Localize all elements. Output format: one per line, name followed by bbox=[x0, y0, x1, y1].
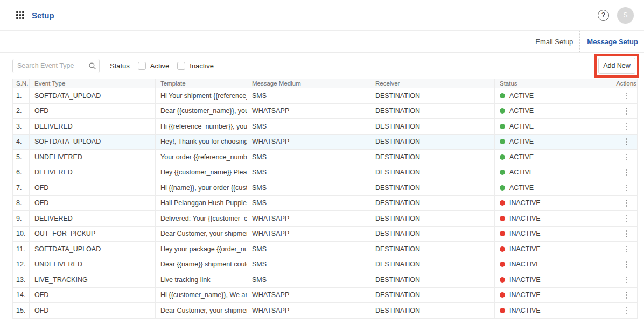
row-actions-kebab-icon[interactable] bbox=[624, 105, 629, 117]
top-header-bar: Setup ? S bbox=[0, 0, 644, 31]
table-row[interactable]: 8. OFD Haii Pelanggan Hush Puppies P... … bbox=[13, 196, 637, 212]
active-checkbox[interactable] bbox=[138, 62, 146, 70]
cell-sn: 8. bbox=[13, 196, 29, 211]
cell-receiver: DESTINATION bbox=[370, 88, 494, 103]
row-actions-kebab-icon[interactable] bbox=[624, 244, 629, 255]
cell-receiver: DESTINATION bbox=[370, 119, 494, 134]
help-icon[interactable]: ? bbox=[598, 10, 609, 21]
cell-event-type: OFD bbox=[29, 104, 155, 119]
add-new-button[interactable]: Add New bbox=[598, 58, 635, 74]
row-actions-kebab-icon[interactable] bbox=[624, 259, 629, 270]
cell-medium: WHATSAPP bbox=[247, 104, 370, 119]
search-button[interactable] bbox=[85, 59, 99, 73]
row-actions-kebab-icon[interactable] bbox=[624, 228, 629, 240]
col-header-receiver: Receiver bbox=[370, 79, 494, 88]
row-actions-kebab-icon[interactable] bbox=[624, 136, 629, 147]
status-dot bbox=[500, 262, 505, 267]
cell-actions bbox=[615, 211, 637, 226]
cell-status: INACTIVE bbox=[494, 227, 615, 242]
table-row[interactable]: 12. UNDELIVERED Dear {{name}} shipment c… bbox=[13, 257, 637, 273]
table-row[interactable]: 2. OFD Dear {{customer_name}}, your ... … bbox=[13, 104, 637, 119]
inactive-checkbox[interactable] bbox=[177, 62, 185, 70]
table-row[interactable]: 6. DELIVERED Hey {{customer_name}} Pleas… bbox=[13, 165, 637, 181]
row-actions-kebab-icon[interactable] bbox=[624, 121, 629, 132]
cell-sn: 14. bbox=[13, 288, 29, 303]
checkbox-group-active[interactable]: Active bbox=[138, 62, 169, 70]
status-dot bbox=[500, 108, 505, 114]
row-actions-kebab-icon[interactable] bbox=[624, 305, 629, 316]
status-label: ACTIVE bbox=[509, 92, 534, 100]
col-header-template: Template bbox=[155, 79, 247, 88]
status-label: INACTIVE bbox=[509, 230, 541, 237]
row-actions-kebab-icon[interactable] bbox=[624, 274, 629, 286]
table-row[interactable]: 4. SOFTDATA_UPLOAD Hey!, Thank you for c… bbox=[13, 135, 637, 150]
status-dot bbox=[500, 170, 505, 175]
cell-status: INACTIVE bbox=[494, 303, 615, 318]
cell-event-type: DELIVERED bbox=[29, 165, 155, 180]
cell-sn: 1. bbox=[13, 88, 29, 103]
search-input[interactable] bbox=[13, 59, 85, 73]
cell-template: Dear {{name}} shipment could ... bbox=[155, 257, 247, 272]
table-row[interactable]: 9. DELIVERED Delivered: Your {{customer_… bbox=[13, 211, 637, 227]
status-label: ACTIVE bbox=[509, 168, 534, 176]
status-dot bbox=[500, 308, 505, 313]
annotation-highlight-box: Add New bbox=[594, 54, 639, 78]
cell-sn: 13. bbox=[13, 272, 29, 287]
cell-actions bbox=[615, 135, 637, 150]
cell-sn: 2. bbox=[13, 104, 29, 119]
avatar[interactable]: S bbox=[617, 7, 634, 24]
status-label: INACTIVE bbox=[509, 215, 541, 222]
active-checkbox-label: Active bbox=[150, 62, 169, 70]
message-setup-table: S.N. Event Type Template Message Medium … bbox=[12, 79, 638, 319]
cell-status: ACTIVE bbox=[494, 88, 615, 103]
col-header-actions: Actions bbox=[615, 79, 637, 88]
cell-medium: SMS bbox=[247, 196, 370, 211]
row-actions-kebab-icon[interactable] bbox=[624, 182, 629, 194]
status-dot bbox=[500, 139, 505, 144]
table-row[interactable]: 14. OFD Hi {{customer_name}}, We are ...… bbox=[13, 288, 637, 304]
row-actions-kebab-icon[interactable] bbox=[624, 167, 629, 178]
checkbox-group-inactive[interactable]: Inactive bbox=[177, 62, 214, 70]
cell-template: Your order {{reference_numbe... bbox=[155, 150, 247, 165]
cell-status: ACTIVE bbox=[494, 135, 615, 150]
status-dot bbox=[500, 185, 505, 191]
table-row[interactable]: 7. OFD Hi {{name}}, your order {{custo..… bbox=[13, 180, 637, 196]
table-row[interactable]: 10. OUT_FOR_PICKUP Dear Customer, your s… bbox=[13, 227, 637, 242]
row-actions-kebab-icon[interactable] bbox=[624, 152, 629, 163]
cell-sn: 10. bbox=[13, 227, 29, 242]
table-row[interactable]: 13. LIVE_TRACKING Live tracking link SMS… bbox=[13, 272, 637, 288]
cell-receiver: DESTINATION bbox=[370, 104, 494, 119]
app-grid-icon[interactable] bbox=[16, 11, 24, 19]
cell-event-type: UNDELIVERED bbox=[29, 150, 155, 165]
row-actions-kebab-icon[interactable] bbox=[624, 198, 629, 209]
table-row[interactable]: 1. SOFTDATA_UPLOAD Hi Your shipment {{re… bbox=[13, 88, 637, 104]
cell-receiver: DESTINATION bbox=[370, 227, 494, 242]
cell-event-type: OFD bbox=[29, 180, 155, 195]
tab-email-setup[interactable]: Email Setup bbox=[522, 31, 579, 52]
cell-sn: 12. bbox=[13, 257, 29, 272]
cell-receiver: DESTINATION bbox=[370, 288, 494, 303]
table-row[interactable]: 5. UNDELIVERED Your order {{reference_nu… bbox=[13, 150, 637, 165]
cell-receiver: DESTINATION bbox=[370, 180, 494, 195]
cell-template: Hey your package {{order_num... bbox=[155, 242, 247, 257]
cell-event-type: OUT_FOR_PICKUP bbox=[29, 227, 155, 242]
table-row[interactable]: 3. DELIVERED Hi {{reference_number}}, yo… bbox=[13, 119, 637, 135]
status-dot bbox=[500, 277, 505, 283]
row-actions-kebab-icon[interactable] bbox=[624, 213, 629, 224]
table-row[interactable]: 15. OFD Dear Customer, your shipment... … bbox=[13, 303, 637, 319]
tab-message-setup[interactable]: Message Setup bbox=[579, 31, 644, 52]
cell-template: Delivered: Your {{customer_co... bbox=[155, 211, 247, 226]
row-actions-kebab-icon[interactable] bbox=[624, 290, 629, 301]
table-body: 1. SOFTDATA_UPLOAD Hi Your shipment {{re… bbox=[13, 88, 637, 319]
cell-actions bbox=[615, 150, 637, 165]
cell-medium: SMS bbox=[247, 119, 370, 134]
cell-receiver: DESTINATION bbox=[370, 242, 494, 257]
row-actions-kebab-icon[interactable] bbox=[624, 90, 629, 102]
table-row[interactable]: 11. SOFTDATA_UPLOAD Hey your package {{o… bbox=[13, 242, 637, 257]
cell-status: ACTIVE bbox=[494, 165, 615, 180]
cell-template: Dear Customer, your shipment... bbox=[155, 227, 247, 242]
cell-actions bbox=[615, 88, 637, 103]
cell-actions bbox=[615, 180, 637, 195]
cell-receiver: DESTINATION bbox=[370, 211, 494, 226]
status-dot bbox=[500, 246, 505, 252]
